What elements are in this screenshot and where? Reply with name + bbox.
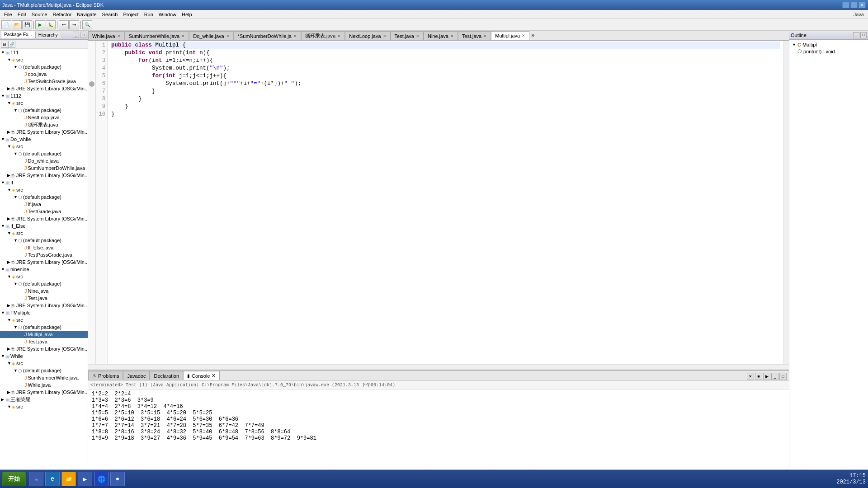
tree-item[interactable]: ▼ ⬡ (default package) (0, 193, 88, 201)
open-button[interactable]: 📂 (12, 20, 22, 29)
hierarchy-tab[interactable]: Hierarchy (36, 32, 61, 38)
tree-item[interactable]: J Test.java (0, 295, 88, 302)
pe-min-button[interactable]: _ (73, 32, 79, 38)
tree-item[interactable]: J Test.java (0, 338, 88, 345)
tree-item[interactable]: ▶ ☕ JRE System Library [OSGi/Min... (0, 258, 88, 266)
tree-item[interactable]: ▼ ◈ src (0, 316, 88, 324)
tree-item[interactable]: J TestGrade.java (0, 208, 88, 215)
collapse-all-button[interactable]: ⊟ (1, 41, 8, 48)
tree-item[interactable]: ▼ ⬡ (default package) (0, 367, 88, 374)
close-tab-icon[interactable]: ✕ (416, 34, 420, 38)
close-tab-icon[interactable]: ✕ (337, 34, 341, 38)
outline-collapse-button[interactable]: _ (853, 32, 859, 38)
menu-file[interactable]: File (1, 12, 15, 17)
tree-item[interactable]: ▼ ▣ TMultiple (0, 309, 88, 316)
taskbar-chrome-icon[interactable]: ● (110, 472, 125, 486)
tree-item[interactable]: J SumNumberDoWhile.java (0, 164, 88, 172)
tab-nextloop[interactable]: NextLoop.java ✕ (345, 31, 390, 40)
close-tab-icon[interactable]: ✕ (212, 373, 216, 379)
tree-item[interactable]: ▼ ▣ While (0, 352, 88, 360)
tree-item[interactable]: ▶ ☕ JRE System Library [OSGi/Min... (0, 172, 88, 179)
close-tab-icon[interactable]: ✕ (226, 34, 230, 38)
close-tab-icon[interactable]: ✕ (383, 34, 387, 38)
menu-refactor[interactable]: Refactor (50, 12, 75, 17)
tree-item[interactable]: J NestLoop.java (0, 114, 88, 121)
tab-declaration[interactable]: Declaration (150, 371, 183, 380)
close-tab-icon[interactable]: ✕ (117, 34, 121, 38)
horizontal-scrollbar[interactable] (88, 364, 789, 370)
tab-problems[interactable]: ⚠ Problems (88, 371, 123, 380)
tree-item[interactable]: ▼ ▣ 111 (0, 49, 88, 56)
console-terminate-button[interactable]: ■ (755, 373, 762, 380)
tree-item[interactable]: ▼ ◈ src (0, 99, 88, 107)
tab-nine[interactable]: Nine.java ✕ (424, 31, 458, 40)
tree-item[interactable]: ▼ ◈ src (0, 273, 88, 280)
tree-item[interactable]: ▼ ▣ ninenine (0, 266, 88, 273)
close-tab-icon[interactable]: ✕ (522, 33, 525, 38)
menu-search[interactable]: Search (99, 12, 121, 17)
menu-run[interactable]: Run (142, 12, 156, 17)
menu-navigate[interactable]: Navigate (74, 12, 99, 17)
tree-item[interactable]: ▼ ▣ If (0, 179, 88, 186)
console-max-button[interactable]: □ (779, 373, 787, 380)
tab-while-java[interactable]: While.java ✕ (88, 31, 125, 40)
tab-multipl-active[interactable]: Multipl.java ✕ (491, 31, 529, 40)
tree-item[interactable]: J If.java (0, 201, 88, 208)
tree-item[interactable]: ▼ ▣ 1112 (0, 92, 88, 99)
outline-max-button[interactable]: □ (860, 32, 867, 38)
menu-window[interactable]: Window (156, 12, 179, 17)
taskbar-explorer-icon[interactable]: 📁 (61, 472, 76, 486)
console-clear-button[interactable]: ✕ (747, 373, 754, 380)
tree-item[interactable]: J ooo.java (0, 70, 88, 78)
tree-item[interactable]: ▼ ⬡ (default package) (0, 107, 88, 114)
maximize-button[interactable]: □ (850, 2, 858, 8)
console-collapse-button[interactable]: _ (771, 373, 778, 380)
tree-item[interactable]: ▼ ⬡ (default package) (0, 150, 88, 157)
search-button[interactable]: 🔍 (82, 20, 92, 29)
tree-item[interactable]: ▶ ☕ JRE System Library [OSGi/Min... (0, 345, 88, 352)
more-tabs-icon[interactable]: » (529, 33, 536, 39)
taskbar-media-icon[interactable]: ▶ (78, 472, 92, 486)
tab-sumnumber[interactable]: SumNumberWhile.java ✕ (125, 31, 189, 40)
tree-item[interactable]: ▶ ☕ JRE System Library [OSGi/Min... (0, 128, 88, 136)
tree-item[interactable]: J 循环乘表.java (0, 121, 88, 128)
new-button[interactable]: 📄 (1, 20, 11, 29)
tree-item[interactable]: ▼ ▣ Do_while (0, 136, 88, 143)
tree-item[interactable]: ▼ ▣ If_Else (0, 222, 88, 230)
menu-source[interactable]: Source (29, 12, 50, 17)
pe-max-button[interactable]: □ (80, 32, 86, 38)
tree-item[interactable]: ▶ ☕ JRE System Library [OSGi/Min... (0, 85, 88, 92)
tab-test2[interactable]: Test.java ✕ (458, 31, 491, 40)
tab-console[interactable]: ▮ Console ✕ (183, 371, 220, 380)
code-editor[interactable]: 1 2 3 4 5 6 7 8 9 10 public class Multip… (88, 41, 789, 364)
tree-item[interactable]: ▼ ◈ src (0, 230, 88, 237)
tab-looptable[interactable]: 循环乘表.java ✕ (301, 31, 345, 40)
tree-item[interactable]: ▼ ⬡ (default package) (0, 63, 88, 70)
close-tab-icon[interactable]: ✕ (293, 34, 297, 38)
debug-button[interactable]: 🐛 (46, 20, 56, 29)
tree-item[interactable]: ▼ ◈ src (0, 56, 88, 63)
close-tab-icon[interactable]: ✕ (450, 34, 454, 38)
tree-item[interactable]: ▶ ☕ JRE System Library [OSGi/Min... (0, 215, 88, 222)
outline-method-item[interactable]: ⬡ print(int) : void (791, 48, 866, 55)
close-button[interactable]: ✕ (859, 2, 866, 8)
tree-item[interactable]: J If_Else.java (0, 244, 88, 251)
tree-item[interactable]: J Do_while.java (0, 157, 88, 164)
close-tab-icon[interactable]: ✕ (181, 34, 185, 38)
menu-help[interactable]: Help (179, 12, 195, 17)
code-text[interactable]: public class Multipl { public void print… (108, 41, 783, 364)
tree-item[interactable]: ▼ ◈ src (0, 143, 88, 150)
package-explorer-tab[interactable]: Package Ex... (1, 31, 35, 38)
tree-item[interactable]: ▶ ☕ JRE System Library [OSGi/Min... (0, 302, 88, 309)
tab-javadoc[interactable]: Javadoc (123, 371, 150, 380)
tree-item[interactable]: J TestPassGrade.java (0, 251, 88, 258)
close-tab-icon[interactable]: ✕ (483, 34, 487, 38)
menu-project[interactable]: Project (120, 12, 141, 17)
tree-item[interactable]: J SumNumberWhile.java (0, 374, 88, 381)
vertical-scrollbar[interactable] (783, 41, 789, 364)
tree-item[interactable]: ▼ ◈ src (0, 403, 88, 410)
minimize-button[interactable]: _ (842, 2, 849, 8)
save-button[interactable]: 💾 (22, 20, 32, 29)
tree-item[interactable]: ▼ ⬡ (default package) (0, 237, 88, 244)
tree-item-selected[interactable]: J Multipl.java (0, 331, 88, 338)
